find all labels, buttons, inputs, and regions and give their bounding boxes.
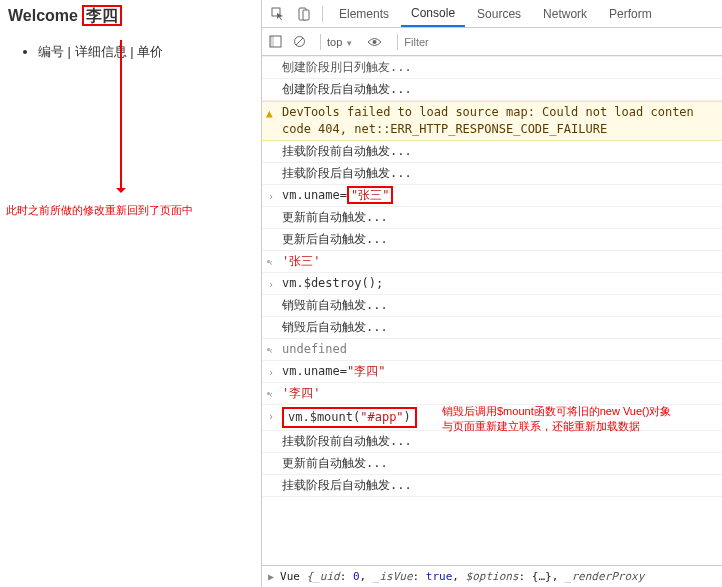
console-message: 更新前自动触发... [282,209,388,226]
console-message: '张三' [282,253,320,270]
clear-console-icon[interactable] [290,33,308,51]
console-status-row[interactable]: ▶ Vue {_uid: 0, _isVue: true, $options: … [262,565,722,587]
console-row: ▲DevTools failed to load source map: Cou… [262,101,722,141]
console-row: 销毁前自动触发... [262,295,722,317]
input-caret-icon: › [268,364,274,381]
filter-input[interactable] [404,36,504,48]
page-content: Welcome 李四 编号 | 详细信息 | 单价 [0,0,261,587]
console-row: 更新前自动触发... [262,453,722,475]
console-message: '李四' [282,385,320,402]
console-message: 挂载阶段后自动触发... [282,165,412,182]
welcome-prefix: Welcome [8,7,78,24]
console-row: 更新后自动触发... [262,229,722,251]
console-row: 挂载阶段后自动触发... [262,475,722,497]
inspect-icon[interactable] [270,6,286,22]
console-message: vm.$destroy(); [282,275,383,292]
console-message: vm.$mount("#app") [282,407,417,428]
device-icon[interactable] [296,6,312,22]
devtools-tabbar: ElementsConsoleSourcesNetworkPerform [262,0,722,28]
expand-caret-icon[interactable]: ▶ [268,571,274,582]
welcome-name: 李四 [82,5,122,26]
context-selector[interactable]: top ▼ [327,36,353,48]
console-message: 销毁前自动触发... [282,297,388,314]
live-expression-icon[interactable] [365,33,383,51]
console-message: vm.uname="李四" [282,363,385,380]
svg-point-7 [372,40,376,44]
console-row: 挂载阶段后自动触发... [262,163,722,185]
console-row: ›销毁后调用$mount函数可将旧的new Vue()对象与页面重新建立联系，还… [262,405,722,431]
page-title: Welcome 李四 [8,6,261,27]
list-item: 编号 | 详细信息 | 单价 [38,43,261,61]
console-message: 挂载阶段后自动触发... [282,477,412,494]
warning-icon: ▲ [266,105,273,122]
console-row: 刨建阶段刖日列触友... [262,56,722,79]
console-row: 销毁后自动触发... [262,317,722,339]
console-message: 销毁后自动触发... [282,319,388,336]
devtools-tab-sources[interactable]: Sources [467,2,531,26]
console-message: 挂载阶段前自动触发... [282,433,412,450]
console-message: 创建阶段后自动触发... [282,81,412,98]
console-message: 刨建阶段刖日列触友... [282,59,412,76]
annotation-text-1: 此时之前所做的修改重新回到了页面中 [6,203,193,218]
devtools-tab-network[interactable]: Network [533,2,597,26]
input-caret-icon: › [268,276,274,293]
console-row: ›vm.uname="张三" [262,185,722,207]
svg-line-6 [296,38,303,45]
console-message: 更新前自动触发... [282,455,388,472]
console-row: 挂载阶段前自动触发... [262,431,722,453]
devtools-panel: ElementsConsoleSourcesNetworkPerform top… [261,0,722,587]
console-row: ‹'李四' [262,383,722,405]
console-row: 创建阶段后自动触发... [262,79,722,101]
devtools-tab-console[interactable]: Console [401,1,465,27]
devtools-tab-perform[interactable]: Perform [599,2,662,26]
annotation-text-2: 销毁后调用$mount函数可将旧的new Vue()对象与页面重新建立联系，还能… [442,404,712,434]
console-message: DevTools failed to load source map: Coul… [282,104,722,138]
console-message: 挂载阶段前自动触发... [282,143,412,160]
input-caret-icon: › [268,408,274,425]
console-toolbar: top ▼ [262,28,722,56]
console-message: vm.uname="张三" [282,187,393,204]
annotation-arrow [120,40,122,192]
svg-rect-4 [270,36,274,47]
svg-rect-2 [303,10,309,20]
data-list: 编号 | 详细信息 | 单价 [38,43,261,61]
console-row: ›vm.$destroy(); [262,273,722,295]
console-message: 更新后自动触发... [282,231,388,248]
input-caret-icon: › [268,188,274,205]
sidebar-toggle-icon[interactable] [266,33,284,51]
console-row: ‹'张三' [262,251,722,273]
console-row: ‹undefined [262,339,722,361]
console-message: undefined [282,341,347,358]
divider [322,6,323,22]
devtools-tab-elements[interactable]: Elements [329,2,399,26]
console-output[interactable]: 刨建阶段刖日列触友...创建阶段后自动触发...▲DevTools failed… [262,56,722,565]
console-row: ›vm.uname="李四" [262,361,722,383]
console-row: 更新前自动触发... [262,207,722,229]
console-row: 挂载阶段前自动触发... [262,141,722,163]
